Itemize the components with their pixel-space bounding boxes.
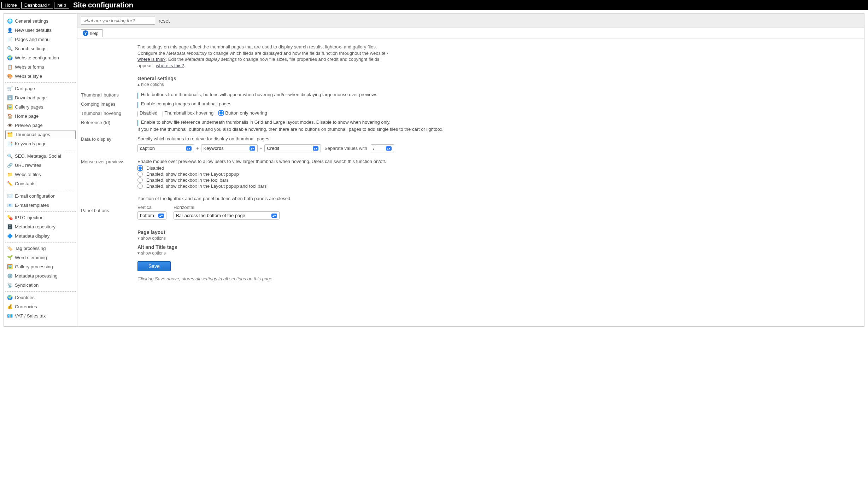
sidebar-item-pages-and-menu[interactable]: 📄Pages and menu	[5, 35, 76, 44]
show-options-toggle-layout[interactable]: ▾ show options	[137, 236, 166, 241]
sidebar-item-metadata-repository[interactable]: 🗄️Metadata repository	[5, 222, 76, 232]
sidebar-icon: 💊	[7, 215, 13, 221]
sidebar-item-label: New user defaults	[15, 27, 52, 34]
radio-mouseover-3[interactable]	[137, 183, 143, 189]
sidebar-icon: 💰	[7, 304, 13, 310]
sidebar-item-website-files[interactable]: 📁Website files	[5, 170, 76, 179]
sidebar-item-url-rewrites[interactable]: 🔗URL rewrites	[5, 161, 76, 170]
sidebar-item-website-configuration[interactable]: 🌍Website configuration	[5, 53, 76, 63]
sidebar-item-gallery-processing[interactable]: 🖼️Gallery processing	[5, 262, 76, 272]
sidebar-item-label: Tag processing	[15, 245, 46, 252]
sidebar-icon: 👤	[7, 28, 13, 33]
sidebar-icon: 🌍	[7, 295, 13, 300]
select-column-3[interactable]: Credit▴▾	[264, 144, 321, 152]
reference-note: If you hide the thumbnail buttons and yo…	[137, 127, 857, 132]
radio-hovering-0[interactable]	[137, 111, 138, 117]
select-separator[interactable]: /▴▾	[371, 144, 394, 152]
sidebar-item-seo-metatags-social[interactable]: 🔍SEO, Metatags, Social	[5, 152, 76, 161]
checkbox-reference-id[interactable]	[137, 120, 138, 126]
sidebar-icon: 📑	[7, 141, 13, 147]
sidebar-item-label: Home page	[15, 113, 39, 119]
sidebar-item-thumbnail-pages[interactable]: 🗂️Thumbnail pages	[5, 130, 76, 139]
sidebar-icon: ⚙️	[7, 273, 13, 279]
sidebar-item-word-stemming[interactable]: 🌱Word stemming	[5, 253, 76, 262]
sidebar-item-website-style[interactable]: 🎨Website style	[5, 72, 76, 81]
sidebar-item-search-settings[interactable]: 🔍Search settings	[5, 44, 76, 53]
checkbox-comping-images[interactable]	[137, 102, 138, 108]
sidebar-item-vat-sales-tax[interactable]: 💶VAT / Sales tax	[5, 311, 76, 321]
hide-options-toggle[interactable]: ▴ hide options	[137, 82, 164, 87]
home-button[interactable]: Home	[1, 2, 20, 8]
sidebar-item-iptc-injection[interactable]: 💊IPTC injection	[5, 213, 76, 222]
show-options-toggle-alt[interactable]: ▾ show options	[137, 251, 166, 256]
sidebar-item-label: Gallery processing	[15, 264, 53, 270]
sidebar-item-preview-page[interactable]: 👁️Preview page	[5, 121, 76, 130]
select-horizontal[interactable]: Bar across the bottom of the page▴▾	[174, 211, 280, 220]
select-arrow-icon: ▴▾	[158, 214, 164, 218]
sidebar-item-metadata-display[interactable]: 🔷Metadata display	[5, 232, 76, 241]
sidebar-item-constants[interactable]: ✏️Constants	[5, 179, 76, 188]
sidebar-item-new-user-defaults[interactable]: 👤New user defaults	[5, 26, 76, 35]
select-vertical[interactable]: bottom▴▾	[137, 211, 166, 220]
reset-link[interactable]: reset	[159, 18, 170, 24]
sidebar-item-general-settings[interactable]: 🌐General settings	[5, 17, 76, 26]
help-pill-button[interactable]: ? help	[81, 29, 102, 37]
sidebar-item-syndication[interactable]: 📡Syndication	[5, 281, 76, 290]
label-comping-images: Comping images	[81, 101, 137, 107]
sidebar-item-home-page[interactable]: 🏠Home page	[5, 112, 76, 121]
sidebar-icon: 📧	[7, 203, 13, 208]
where-link-2[interactable]: where is this?	[156, 63, 184, 68]
select-column-1[interactable]: caption▴▾	[137, 144, 194, 152]
intro-text: The settings on this page affect the thu…	[137, 44, 392, 69]
sidebar-item-metadata-processing[interactable]: ⚙️Metadata processing	[5, 272, 76, 281]
section-general-settings: General settings ▴ hide options	[137, 76, 857, 87]
radio-mouseover-2[interactable]	[137, 177, 143, 183]
select-column-2[interactable]: Keywords▴▾	[201, 144, 258, 152]
sidebar-item-currencies[interactable]: 💰Currencies	[5, 302, 76, 311]
sidebar-item-label: Countries	[15, 294, 35, 301]
sidebar-item-cart-page[interactable]: 🛒Cart page	[5, 84, 76, 93]
sidebar-item-label: Currencies	[15, 304, 37, 310]
sidebar-item-label: E-mail configuration	[15, 193, 55, 199]
radio-label: Enabled, show checkbox in the Layout pop…	[146, 171, 239, 177]
sidebar-item-countries[interactable]: 🌍Countries	[5, 293, 76, 302]
sidebar-item-website-forms[interactable]: 📋Website forms	[5, 63, 76, 72]
radio-hovering-2[interactable]	[218, 110, 224, 116]
sidebar-item-download-page[interactable]: ⬇️Download page	[5, 93, 76, 103]
save-button[interactable]: Save	[137, 261, 171, 271]
top-bar: Home Dashboard ▾ help Site configuration	[0, 0, 868, 10]
sidebar-item-label: Website files	[15, 171, 41, 178]
sidebar-icon: 💶	[7, 313, 13, 319]
plus-separator: +	[196, 146, 199, 151]
radio-mouseover-0[interactable]	[137, 165, 143, 171]
radio-hovering-1[interactable]	[163, 111, 163, 117]
sidebar-item-label: Download page	[15, 95, 47, 101]
checkbox-thumbnail-buttons[interactable]	[137, 93, 138, 99]
sidebar-item-e-mail-configuration[interactable]: ✉️E-mail configuration	[5, 192, 76, 201]
label-thumbnail-hovering: Thumbnail hovering	[81, 110, 137, 116]
help-button[interactable]: help	[54, 2, 69, 8]
sidebar-item-gallery-pages[interactable]: 🖼️Gallery pages	[5, 103, 76, 112]
sidebar-icon: ✏️	[7, 181, 13, 187]
main-frame: 🌐General settings👤New user defaults📄Page…	[4, 13, 864, 327]
search-input[interactable]	[81, 17, 155, 25]
select-arrow-icon: ▴▾	[271, 214, 277, 218]
radio-label: Enabled, show checkbox in the Layout pop…	[146, 183, 266, 189]
sidebar-icon: 🏠	[7, 113, 13, 119]
label-separate-values: Separate values with	[324, 146, 367, 151]
sidebar-icon: 📄	[7, 37, 13, 42]
sidebar-item-label: Website configuration	[15, 55, 59, 61]
where-link-1[interactable]: where is this?	[137, 57, 165, 62]
sidebar-item-tag-processing[interactable]: 🏷️Tag processing	[5, 244, 76, 253]
text-comping-images: Enable comping images on thumbnail pages	[141, 101, 231, 106]
label-panel-buttons: Panel buttons	[81, 196, 137, 213]
radio-label: Button only hovering	[225, 110, 267, 116]
text-mouse-over-previews: Enable mouse over previews to allow user…	[137, 159, 857, 164]
label-vertical: Vertical	[137, 205, 166, 210]
radio-mouseover-1[interactable]	[137, 171, 143, 177]
save-note: Clicking Save above, stores all settings…	[137, 276, 857, 281]
select-arrow-icon: ▴▾	[386, 146, 392, 151]
sidebar-item-keywords-page[interactable]: 📑Keywords page	[5, 139, 76, 148]
dashboard-button[interactable]: Dashboard ▾	[21, 2, 53, 8]
sidebar-item-e-mail-templates[interactable]: 📧E-mail templates	[5, 201, 76, 210]
